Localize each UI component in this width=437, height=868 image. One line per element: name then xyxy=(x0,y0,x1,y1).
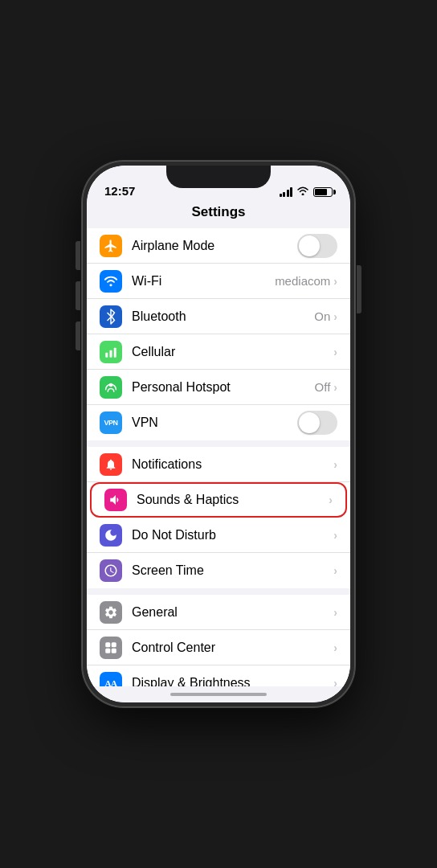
notifications-row[interactable]: Notifications › xyxy=(87,447,350,482)
airplane-mode-label: Airplane Mode xyxy=(132,239,297,253)
notch xyxy=(166,166,271,188)
general-group: General › Control xyxy=(87,595,350,686)
svg-rect-1 xyxy=(110,350,112,357)
wifi-chevron: › xyxy=(333,275,337,288)
sounds-haptics-icon xyxy=(104,489,127,511)
control-center-icon xyxy=(100,637,122,659)
personal-hotspot-row[interactable]: Personal Hotspot Off › xyxy=(87,370,350,405)
personal-hotspot-label: Personal Hotspot xyxy=(132,380,315,395)
cellular-label: Cellular xyxy=(132,345,333,359)
section-divider-1 xyxy=(87,440,350,447)
svg-rect-4 xyxy=(105,642,110,647)
wifi-status-icon xyxy=(296,186,309,198)
personal-hotspot-value: Off xyxy=(315,380,331,394)
airplane-mode-icon xyxy=(100,235,122,257)
screen-time-row[interactable]: Screen Time › xyxy=(87,553,350,588)
home-indicator xyxy=(87,686,350,702)
vpn-label: VPN xyxy=(132,416,297,430)
screen-time-chevron: › xyxy=(333,564,337,577)
svg-rect-2 xyxy=(114,347,116,357)
sounds-haptics-row[interactable]: Sounds & Haptics › xyxy=(90,482,347,518)
status-icons xyxy=(280,186,333,198)
connectivity-group: Airplane Mode xyxy=(87,228,350,440)
screen: 12:57 xyxy=(87,166,350,702)
status-time: 12:57 xyxy=(104,184,135,198)
general-row[interactable]: General › xyxy=(87,595,350,630)
wifi-value: mediacom xyxy=(275,274,330,288)
svg-rect-0 xyxy=(105,352,108,357)
svg-rect-5 xyxy=(112,642,116,647)
bluetooth-chevron: › xyxy=(333,310,337,323)
cellular-chevron: › xyxy=(333,346,337,358)
bluetooth-icon xyxy=(100,305,122,328)
page-title-container: Settings xyxy=(87,201,350,228)
cellular-icon xyxy=(100,341,122,363)
notifications-label: Notifications xyxy=(132,457,333,472)
screen-time-label: Screen Time xyxy=(132,563,333,578)
notifications-group: Notifications › Sounds & Haptics › xyxy=(87,447,350,588)
notifications-chevron: › xyxy=(333,458,337,471)
do-not-disturb-row[interactable]: Do Not Disturb › xyxy=(87,518,350,553)
wifi-label: Wi-Fi xyxy=(132,274,275,289)
svg-rect-7 xyxy=(112,648,116,653)
personal-hotspot-icon xyxy=(100,376,122,399)
general-icon xyxy=(100,601,122,624)
display-brightness-label: Display & Brightness xyxy=(132,676,333,687)
vpn-icon: VPN xyxy=(100,411,122,434)
notifications-icon xyxy=(100,453,122,476)
do-not-disturb-label: Do Not Disturb xyxy=(132,528,333,542)
screen-time-icon xyxy=(100,559,122,582)
settings-list[interactable]: Airplane Mode xyxy=(87,228,350,686)
airplane-mode-row[interactable]: Airplane Mode xyxy=(87,228,350,264)
display-brightness-row[interactable]: AA Display & Brightness › xyxy=(87,665,350,686)
vpn-row[interactable]: VPN VPN xyxy=(87,405,350,440)
sounds-haptics-chevron: › xyxy=(329,493,333,506)
phone-frame: 12:57 xyxy=(82,161,355,707)
wifi-icon xyxy=(100,270,122,293)
vpn-toggle[interactable] xyxy=(297,411,337,435)
general-label: General xyxy=(132,605,333,620)
signal-icon xyxy=(280,187,293,197)
do-not-disturb-chevron: › xyxy=(333,529,337,542)
control-center-label: Control Center xyxy=(132,641,333,655)
do-not-disturb-icon xyxy=(100,524,122,547)
cellular-row[interactable]: Cellular › xyxy=(87,334,350,370)
phone-inner: 12:57 xyxy=(87,166,350,702)
bluetooth-row[interactable]: Bluetooth On › xyxy=(87,299,350,334)
svg-rect-6 xyxy=(105,648,110,653)
wifi-row[interactable]: Wi-Fi mediacom › xyxy=(87,264,350,299)
display-brightness-chevron: › xyxy=(333,677,337,687)
personal-hotspot-chevron: › xyxy=(333,381,337,394)
display-brightness-icon: AA xyxy=(100,672,122,687)
bluetooth-value: On xyxy=(314,309,330,323)
bluetooth-label: Bluetooth xyxy=(132,309,314,324)
page-title: Settings xyxy=(191,204,245,219)
airplane-mode-toggle[interactable] xyxy=(297,234,337,258)
sounds-haptics-label: Sounds & Haptics xyxy=(137,493,329,507)
control-center-row[interactable]: Control Center › xyxy=(87,630,350,665)
battery-icon xyxy=(313,187,333,197)
section-divider-2 xyxy=(87,588,350,595)
general-chevron: › xyxy=(333,606,337,619)
control-center-chevron: › xyxy=(333,641,337,654)
